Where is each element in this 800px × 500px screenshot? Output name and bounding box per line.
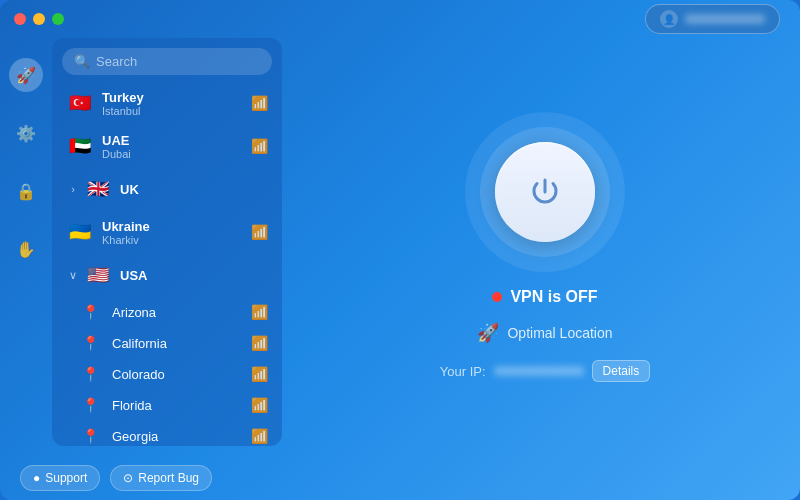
sidebar-item-security[interactable]: 🔒 xyxy=(9,174,43,208)
sidebar-item-settings[interactable]: ⚙️ xyxy=(9,116,43,150)
power-ring-outer xyxy=(465,112,625,272)
bottom-bar: ● Support ⊙ Report Bug xyxy=(0,456,800,500)
right-panel: VPN is OFF 🚀 Optimal Location Your IP: D… xyxy=(290,38,800,456)
pin-icon-florida: 📍 xyxy=(76,397,104,413)
chevron-right-icon: › xyxy=(66,183,80,195)
report-bug-button[interactable]: ⊙ Report Bug xyxy=(110,465,212,491)
pin-icon-georgia: 📍 xyxy=(76,428,104,444)
pin-icon-arizona: 📍 xyxy=(76,304,104,320)
support-button[interactable]: ● Support xyxy=(20,465,100,491)
power-icon xyxy=(525,172,565,212)
server-name-ukraine: Ukraine xyxy=(102,219,251,234)
chevron-down-icon: ∨ xyxy=(66,269,80,282)
flag-ukraine: 🇺🇦 xyxy=(66,218,94,246)
server-item-georgia[interactable]: 📍 Georgia 📶 xyxy=(56,421,278,446)
search-box: 🔍 xyxy=(62,48,272,75)
optimal-location-label: Optimal Location xyxy=(507,325,612,341)
state-name-colorado: Colorado xyxy=(112,367,251,382)
server-item-uae[interactable]: 🇦🇪 UAE Dubai 📶 xyxy=(56,125,278,167)
maximize-button[interactable] xyxy=(52,13,64,25)
your-ip-label: Your IP: xyxy=(440,364,486,379)
server-item-florida[interactable]: 📍 Florida 📶 xyxy=(56,390,278,420)
gear-icon: ⚙️ xyxy=(16,124,36,143)
server-name-usa: USA xyxy=(120,268,268,283)
server-name-uae: UAE xyxy=(102,133,251,148)
server-item-turkey[interactable]: 🇹🇷 Turkey Istanbul 📶 xyxy=(56,82,278,124)
optimal-location[interactable]: 🚀 Optimal Location xyxy=(477,322,612,344)
vpn-status-text: VPN is OFF xyxy=(510,288,597,306)
main-content: 🚀 ⚙️ 🔒 ✋ 🔍 🇹🇷 T xyxy=(0,38,800,456)
account-name xyxy=(685,14,765,24)
server-city-turkey: Istanbul xyxy=(102,105,251,117)
status-dot-off xyxy=(492,292,502,302)
server-info-ukraine: Ukraine Kharkiv xyxy=(102,219,251,246)
state-name-georgia: Georgia xyxy=(112,429,251,444)
pin-icon-colorado: 📍 xyxy=(76,366,104,382)
sidebar-item-servers[interactable]: 🚀 xyxy=(9,58,43,92)
signal-uae: 📶 xyxy=(251,138,268,154)
server-info-turkey: Turkey Istanbul xyxy=(102,90,251,117)
close-button[interactable] xyxy=(14,13,26,25)
server-name-turkey: Turkey xyxy=(102,90,251,105)
signal-turkey: 📶 xyxy=(251,95,268,111)
server-list: 🇹🇷 Turkey Istanbul 📶 🇦🇪 UAE Dubai 📶 xyxy=(52,81,282,446)
server-info-usa: USA xyxy=(120,268,268,283)
ip-address xyxy=(494,366,584,376)
signal-florida: 📶 xyxy=(251,397,268,413)
server-city-ukraine: Kharkiv xyxy=(102,234,251,246)
signal-colorado: 📶 xyxy=(251,366,268,382)
lock-icon: 🔒 xyxy=(16,182,36,201)
sidebar-icons: 🚀 ⚙️ 🔒 ✋ xyxy=(0,38,52,456)
account-button[interactable]: 👤 xyxy=(645,4,780,34)
bug-icon: ⊙ xyxy=(123,471,133,485)
vpn-status: VPN is OFF xyxy=(492,288,597,306)
power-ring-middle xyxy=(480,127,610,257)
search-icon: 🔍 xyxy=(74,54,90,69)
server-info-uk: UK xyxy=(120,182,268,197)
app-window: 👤 🚀 ⚙️ 🔒 ✋ 🔍 xyxy=(0,0,800,500)
pin-icon-california: 📍 xyxy=(76,335,104,351)
state-name-california: California xyxy=(112,336,251,351)
minimize-button[interactable] xyxy=(33,13,45,25)
state-name-florida: Florida xyxy=(112,398,251,413)
server-item-arizona[interactable]: 📍 Arizona 📶 xyxy=(56,297,278,327)
support-icon: ● xyxy=(33,471,40,485)
server-item-california[interactable]: 📍 California 📶 xyxy=(56,328,278,358)
rocket-icon: 🚀 xyxy=(16,66,36,85)
server-city-uae: Dubai xyxy=(102,148,251,160)
state-name-arizona: Arizona xyxy=(112,305,251,320)
support-label: Support xyxy=(45,471,87,485)
server-info-uae: UAE Dubai xyxy=(102,133,251,160)
search-input[interactable] xyxy=(96,54,260,69)
signal-arizona: 📶 xyxy=(251,304,268,320)
ip-row: Your IP: Details xyxy=(440,360,650,382)
server-item-usa[interactable]: ∨ 🇺🇸 USA xyxy=(56,254,278,296)
signal-georgia: 📶 xyxy=(251,428,268,444)
power-button[interactable] xyxy=(495,142,595,242)
server-panel: 🔍 🇹🇷 Turkey Istanbul 📶 🇦🇪 xyxy=(52,38,282,446)
signal-california: 📶 xyxy=(251,335,268,351)
report-bug-label: Report Bug xyxy=(138,471,199,485)
server-item-uk[interactable]: › 🇬🇧 UK xyxy=(56,168,278,210)
details-button[interactable]: Details xyxy=(592,360,651,382)
title-bar: 👤 xyxy=(0,0,800,38)
server-item-colorado[interactable]: 📍 Colorado 📶 xyxy=(56,359,278,389)
server-item-ukraine[interactable]: 🇺🇦 Ukraine Kharkiv 📶 xyxy=(56,211,278,253)
signal-ukraine: 📶 xyxy=(251,224,268,240)
flag-turkey: 🇹🇷 xyxy=(66,89,94,117)
avatar: 👤 xyxy=(660,10,678,28)
sidebar-item-privacy[interactable]: ✋ xyxy=(9,232,43,266)
server-name-uk: UK xyxy=(120,182,268,197)
flag-usa: 🇺🇸 xyxy=(84,261,112,289)
traffic-lights xyxy=(14,13,64,25)
flag-uae: 🇦🇪 xyxy=(66,132,94,160)
flag-uk: 🇬🇧 xyxy=(84,175,112,203)
hand-icon: ✋ xyxy=(16,240,36,259)
optimal-location-icon: 🚀 xyxy=(477,322,499,344)
